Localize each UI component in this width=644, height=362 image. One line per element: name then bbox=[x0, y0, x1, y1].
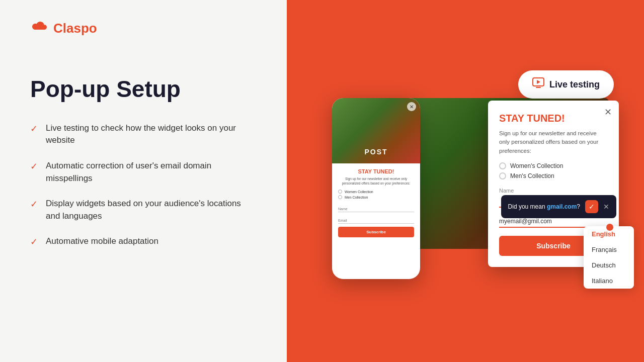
feature-item-2: ✓ Automatic correction of user's email d… bbox=[30, 160, 257, 185]
popup-title: STAY TUNED! bbox=[499, 113, 608, 124]
right-panel: Live testing ✕ STAY TUNED! Sign up for o… bbox=[287, 0, 644, 362]
tooltip-email: gmail.com bbox=[547, 203, 577, 210]
popup-radio-circle-men bbox=[499, 172, 506, 179]
phone-email-input[interactable] bbox=[338, 218, 414, 224]
feature-item-4: ✓ Automative mobile adaptation bbox=[30, 235, 257, 248]
phone-popup-title: STAY TUNED! bbox=[338, 168, 414, 174]
phone-name-input[interactable] bbox=[338, 206, 414, 212]
phone-popup-content: STAY TUNED! Sign up for our newsletter a… bbox=[332, 163, 420, 242]
tooltip-close-button[interactable]: ✕ bbox=[603, 203, 609, 211]
feature-text-3: Display widgets based on your audience's… bbox=[46, 198, 257, 222]
tooltip-suffix: ? bbox=[577, 203, 580, 210]
popup-radio-women[interactable]: Women's Collection bbox=[499, 162, 608, 169]
feature-text-4: Automative mobile adaptation bbox=[46, 235, 158, 248]
phone-radio-women[interactable]: Women Collection bbox=[338, 190, 414, 194]
phone-radio-label-men: Men Collection bbox=[345, 196, 368, 199]
logo-cloud-icon bbox=[30, 20, 48, 36]
popup-radio-men[interactable]: Men's Collection bbox=[499, 172, 608, 179]
popup-radio-group: Women's Collection Men's Collection bbox=[499, 162, 608, 179]
phone-screen-image: ✕ bbox=[332, 98, 420, 163]
language-dot bbox=[606, 224, 613, 231]
page-title: Pop-up Setup bbox=[30, 76, 257, 102]
popup-radio-circle-women bbox=[499, 162, 506, 169]
phone-mockup: ✕ STAY TUNED! Sign up for our newsletter… bbox=[332, 98, 420, 279]
phone-radio-circle-men bbox=[338, 195, 342, 199]
lang-item-francais[interactable]: Français bbox=[584, 242, 634, 257]
feature-text-2: Automatic correction of user's email dom… bbox=[46, 160, 257, 185]
left-panel: Claspo Pop-up Setup ✓ Live testing to ch… bbox=[0, 0, 287, 362]
lang-item-deutsch[interactable]: Deutsch bbox=[584, 257, 634, 273]
live-testing-label: Live testing bbox=[549, 79, 600, 90]
popup-radio-label-women: Women's Collection bbox=[510, 162, 563, 169]
svg-marker-1 bbox=[537, 80, 540, 84]
popup-radio-label-men: Men's Collection bbox=[510, 172, 554, 179]
lang-item-italiano[interactable]: Italiano bbox=[584, 273, 634, 289]
popup-desc: Sign up for our newsletter and receive o… bbox=[499, 129, 608, 155]
phone-radio-label-women: Women Collection bbox=[345, 190, 373, 194]
popup-name-label: Name bbox=[499, 188, 608, 194]
phone-radio-circle-women bbox=[338, 190, 342, 194]
tooltip-prefix: Did you mean bbox=[508, 203, 545, 210]
feature-list: ✓ Live testing to check how the widget l… bbox=[30, 122, 257, 248]
phone-subscribe-button[interactable]: Subscribe bbox=[338, 227, 414, 237]
phone-close-button[interactable]: ✕ bbox=[407, 102, 416, 111]
logo-text: Claspo bbox=[53, 21, 97, 36]
phone-radio-group: Women Collection Men Collection bbox=[338, 190, 414, 199]
tooltip-text: Did you mean gmail.com? bbox=[508, 203, 580, 211]
check-icon-2: ✓ bbox=[30, 161, 38, 172]
feature-text-1: Live testing to check how the widget loo… bbox=[46, 122, 257, 147]
feature-item-1: ✓ Live testing to check how the widget l… bbox=[30, 122, 257, 147]
check-icon-4: ✓ bbox=[30, 236, 38, 247]
tooltip-confirm-button[interactable]: ✓ bbox=[585, 200, 598, 213]
phone-radio-men[interactable]: Men Collection bbox=[338, 195, 414, 199]
check-icon-1: ✓ bbox=[30, 123, 38, 134]
popup-close-button[interactable]: ✕ bbox=[604, 107, 612, 118]
language-dropdown[interactable]: English Français Deutsch Italiano bbox=[584, 226, 634, 289]
phone-popup-desc: Sign up for our newsletter and receive o… bbox=[338, 176, 414, 186]
live-testing-button[interactable]: Live testing bbox=[518, 70, 614, 99]
feature-item-3: ✓ Display widgets based on your audience… bbox=[30, 198, 257, 222]
check-icon-3: ✓ bbox=[30, 199, 38, 210]
email-suggestion-tooltip: Did you mean gmail.com? ✓ ✕ bbox=[501, 195, 616, 218]
play-icon bbox=[532, 77, 544, 92]
logo: Claspo bbox=[30, 20, 257, 36]
